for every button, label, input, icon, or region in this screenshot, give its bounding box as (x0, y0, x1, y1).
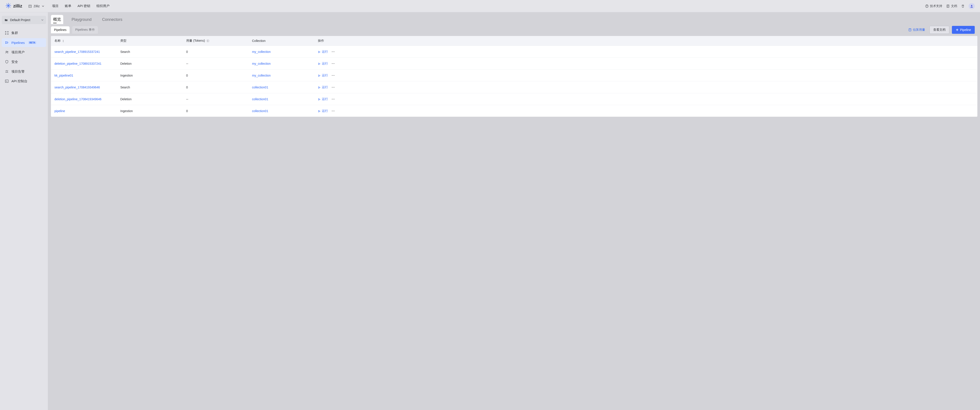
sidebar-item-label: 项目用户 (11, 50, 25, 54)
org-selector[interactable]: Zilliz (27, 3, 46, 9)
sidebar-item-api-console[interactable]: API 控制台 (2, 77, 46, 85)
cell-usage: 0 (186, 85, 252, 89)
sidebar-item-alerts[interactable]: 项目告警 (2, 67, 46, 76)
run-button[interactable]: 运行 (318, 85, 328, 89)
cell-usage: 0 (186, 109, 252, 113)
view-docs-button[interactable]: 查看文档 (929, 26, 949, 34)
cell-type: Search (120, 50, 186, 54)
pipeline-name-link[interactable]: kk_pipeline01 (54, 74, 73, 77)
tab-playground[interactable]: Playground (69, 16, 94, 24)
row-more-button[interactable]: ··· (331, 109, 336, 113)
sidebar-item-project-users[interactable]: 项目用户 (2, 48, 46, 57)
table-row: kk_pipeline01Ingestion0my_collection运行··… (51, 69, 977, 81)
pipeline-name-link[interactable]: search_pipeline_1708915337241 (54, 50, 100, 54)
nav-api-keys[interactable]: API 密钥 (78, 4, 90, 8)
collection-link[interactable]: collection01 (252, 85, 268, 89)
question-circle-icon (925, 5, 929, 8)
play-icon (318, 51, 321, 53)
collection-link[interactable]: my_collection (252, 74, 271, 77)
plus-icon (956, 28, 959, 32)
pipeline-name-link[interactable]: search_pipeline_1708419349646 (54, 85, 100, 89)
nav-billing[interactable]: 账单 (65, 4, 72, 8)
run-label: 运行 (322, 97, 328, 101)
table-row: search_pipeline_1708915337241Search0my_c… (51, 46, 977, 57)
collection-link[interactable]: collection01 (252, 109, 268, 113)
run-button[interactable]: 运行 (318, 109, 328, 113)
cell-type: Deletion (120, 62, 186, 65)
table-row: deletion_pipeline_1708419349646Deletion-… (51, 93, 977, 105)
docs-link[interactable]: 文档 (946, 4, 957, 8)
svg-point-19 (5, 33, 6, 35)
pipeline-name-link[interactable]: pipeline (54, 109, 65, 113)
shield-icon (5, 60, 9, 64)
run-button[interactable]: 运行 (318, 73, 328, 78)
play-icon (318, 74, 321, 77)
nav-org-users[interactable]: 组织用户 (96, 4, 110, 8)
building-icon (28, 5, 32, 8)
cell-type: Ingestion (120, 74, 186, 77)
play-icon (318, 62, 321, 65)
top-tabs: 概览 Playground Connectors (48, 12, 980, 24)
row-more-button[interactable]: ··· (331, 74, 336, 77)
pipelines-icon (5, 41, 9, 44)
sidebar-item-clusters[interactable]: 集群 (2, 28, 46, 37)
subtab-events[interactable]: Pipelines 事件 (72, 26, 98, 33)
button-label: Pipeline (960, 28, 971, 32)
beta-badge: BETA (28, 41, 36, 44)
header-nav: 项目 账单 API 密钥 组织用户 (52, 4, 110, 8)
subtab-pipelines[interactable]: Pipelines (51, 26, 70, 33)
table-body: search_pipeline_1708915337241Search0my_c… (51, 46, 977, 117)
main-content: 概览 Playground Connectors Pipelines Pipel… (48, 12, 980, 410)
pipeline-name-link[interactable]: deletion_pipeline_1708915337241 (54, 62, 102, 65)
trash-button[interactable] (961, 5, 965, 8)
svg-point-21 (6, 51, 7, 52)
sidebar-item-security[interactable]: 安全 (2, 57, 46, 66)
tab-overview[interactable]: 概览 (51, 15, 63, 24)
collection-link[interactable]: collection01 (252, 97, 268, 101)
sidebar-item-label: 集群 (11, 31, 18, 35)
user-avatar[interactable] (969, 3, 975, 9)
button-label: 查看文档 (933, 28, 945, 32)
collection-link[interactable]: my_collection (252, 50, 271, 54)
terminal-icon (5, 79, 9, 83)
logo[interactable]: zilliz (5, 3, 22, 9)
svg-point-22 (7, 51, 8, 52)
run-label: 运行 (322, 85, 328, 89)
sort-icon (62, 40, 65, 42)
support-link[interactable]: 技术支持 (925, 4, 942, 8)
estimate-usage-link[interactable]: 估算用量 (908, 28, 925, 32)
col-label: 名称 (54, 39, 60, 43)
run-button[interactable]: 运行 (318, 50, 328, 54)
row-more-button[interactable]: ··· (331, 62, 336, 65)
pipeline-name-link[interactable]: deletion_pipeline_1708419349646 (54, 97, 102, 101)
sidebar-item-label: 安全 (11, 60, 18, 64)
cell-usage: -- (186, 62, 252, 65)
row-more-button[interactable]: ··· (331, 97, 336, 101)
tab-connectors[interactable]: Connectors (100, 16, 124, 24)
document-icon (946, 5, 950, 8)
col-usage: 用量 (Tokens) i (186, 39, 252, 43)
sub-tabs-row: Pipelines Pipelines 事件 估算用量 查看文档 Pipel (48, 24, 980, 36)
col-actions: 操作 (318, 39, 974, 43)
run-label: 运行 (322, 73, 328, 78)
nav-projects[interactable]: 项目 (52, 4, 59, 8)
collection-link[interactable]: my_collection (252, 62, 271, 65)
new-pipeline-button[interactable]: Pipeline (952, 26, 975, 34)
sidebar-item-label: Pipelines (11, 41, 25, 44)
estimate-label: 估算用量 (913, 28, 925, 32)
cell-usage: 0 (186, 74, 252, 77)
play-icon (318, 86, 321, 89)
info-icon[interactable]: i (206, 39, 210, 42)
table-header: 名称 类型 用量 (Tokens) i Collection 操作 (51, 36, 977, 46)
row-more-button[interactable]: ··· (331, 85, 336, 89)
run-button[interactable]: 运行 (318, 62, 328, 66)
play-icon (318, 110, 321, 112)
folder-icon (5, 18, 8, 22)
col-name[interactable]: 名称 (54, 39, 120, 43)
sidebar-item-pipelines[interactable]: Pipelines BETA (2, 38, 46, 47)
project-selector[interactable]: Default Project (2, 16, 46, 24)
row-more-button[interactable]: ··· (331, 50, 336, 54)
run-button[interactable]: 运行 (318, 97, 328, 101)
sidebar-item-label: API 控制台 (11, 79, 27, 83)
run-label: 运行 (322, 62, 328, 66)
